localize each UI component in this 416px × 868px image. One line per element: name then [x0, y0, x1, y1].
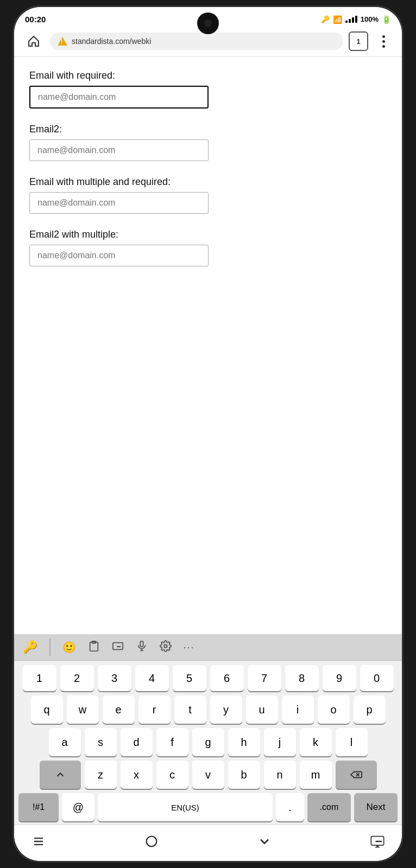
key-s[interactable]: s	[85, 728, 117, 756]
key-g[interactable]: g	[192, 728, 224, 756]
form-group-email2: Email2:	[29, 124, 387, 161]
space-key[interactable]: EN(US)	[98, 793, 273, 821]
key-z[interactable]: z	[85, 761, 117, 789]
key-w[interactable]: w	[67, 695, 99, 724]
home-icon	[27, 35, 40, 48]
key-9[interactable]: 9	[323, 665, 356, 691]
key-u[interactable]: u	[246, 695, 278, 724]
address-bar[interactable]: standardista.com/webki	[50, 33, 343, 50]
key-l[interactable]: l	[336, 728, 368, 756]
key-v[interactable]: v	[192, 761, 224, 789]
back-nav-button[interactable]	[25, 831, 52, 852]
keyboard-rows: 1 2 3 4 5 6 7 8 9 0 q w e r t	[14, 661, 402, 791]
form-group-email-multiple-required: Email with multiple and required:	[29, 176, 387, 214]
key-d[interactable]: d	[121, 728, 153, 756]
key-a[interactable]: a	[49, 728, 81, 756]
backspace-key[interactable]	[336, 761, 377, 789]
camera-notch	[197, 12, 219, 34]
key-6[interactable]: 6	[210, 665, 244, 691]
toolbar-icons: 🙂	[62, 640, 394, 655]
tabs-button[interactable]: 1	[349, 31, 368, 51]
key-j[interactable]: j	[264, 728, 296, 756]
form-group-email-required: Email with required:	[29, 70, 387, 108]
status-bar: 00:20 🔑 📶 100% 🔋	[14, 7, 402, 27]
dotcom-key[interactable]: .com	[307, 793, 351, 821]
key-n[interactable]: n	[264, 761, 296, 789]
home-button[interactable]	[23, 30, 45, 52]
keyboard-icon[interactable]	[112, 640, 124, 655]
email2-label: Email2:	[29, 124, 387, 135]
svg-rect-19	[371, 837, 383, 845]
signal-bar-1	[345, 21, 348, 23]
emoji-icon[interactable]: 🙂	[62, 641, 76, 654]
symbols-key[interactable]: !#1	[18, 793, 59, 821]
keyboard-toolbar: 🔑 🙂	[14, 634, 402, 661]
row-asdf: a s d f g h j k l	[18, 728, 398, 756]
signal-bars	[345, 16, 357, 23]
key-b[interactable]: b	[228, 761, 260, 789]
email-required-label: Email with required:	[29, 70, 387, 81]
keyboard-hide-button[interactable]	[364, 831, 391, 852]
more-options-icon[interactable]: ···	[184, 642, 195, 653]
signal-bar-4	[355, 16, 357, 23]
phone-frame: 00:20 🔑 📶 100% 🔋	[12, 5, 404, 863]
key-7[interactable]: 7	[248, 665, 281, 691]
key-o[interactable]: o	[318, 695, 350, 724]
svg-rect-9	[140, 641, 143, 646]
row-zxcv: z x c v b n m	[18, 761, 398, 789]
battery-percent: 100%	[361, 15, 379, 23]
key-e[interactable]: e	[103, 695, 135, 724]
menu-dot-1	[382, 35, 385, 38]
microphone-icon[interactable]	[136, 640, 148, 655]
key-f[interactable]: f	[156, 728, 188, 756]
key-y[interactable]: y	[210, 695, 242, 724]
menu-button[interactable]	[374, 31, 393, 51]
signal-bar-2	[349, 19, 351, 23]
menu-dot-3	[382, 45, 385, 48]
key-r[interactable]: r	[138, 695, 171, 724]
wifi-icon: 📶	[333, 15, 342, 24]
down-nav-button[interactable]	[251, 831, 278, 852]
email2-multiple-input[interactable]	[29, 245, 209, 266]
phone-screen: 00:20 🔑 📶 100% 🔋	[14, 7, 402, 861]
shift-key[interactable]	[40, 761, 81, 789]
key-8[interactable]: 8	[285, 665, 319, 691]
key-1[interactable]: 1	[23, 665, 56, 691]
key-m[interactable]: m	[300, 761, 332, 789]
home-nav-button[interactable]	[138, 831, 165, 852]
svg-point-12	[164, 644, 167, 648]
page-content: Email with required: Email2: Email with …	[14, 57, 402, 634]
key-4[interactable]: 4	[135, 665, 169, 691]
key-p[interactable]: p	[354, 695, 386, 724]
at-key[interactable]: @	[62, 793, 94, 821]
menu-dot-2	[382, 40, 385, 43]
form-group-email2-multiple: Email2 with multiple:	[29, 229, 387, 266]
clipboard-icon[interactable]	[88, 640, 100, 655]
key-i[interactable]: i	[282, 695, 314, 724]
battery-icon: 🔋	[382, 15, 391, 24]
key-2[interactable]: 2	[60, 665, 94, 691]
key-5[interactable]: 5	[173, 665, 206, 691]
key-h[interactable]: h	[228, 728, 260, 756]
number-row: 1 2 3 4 5 6 7 8 9 0	[18, 665, 398, 691]
next-key[interactable]: Next	[354, 793, 398, 821]
email-multiple-required-label: Email with multiple and required:	[29, 176, 387, 188]
key-k[interactable]: k	[300, 728, 332, 756]
email-required-input[interactable]	[29, 86, 209, 108]
key-3[interactable]: 3	[98, 665, 131, 691]
key-c[interactable]: c	[156, 761, 188, 789]
settings-icon[interactable]	[160, 640, 172, 655]
key-icon: 🔑	[23, 640, 37, 654]
url-text: standardista.com/webki	[72, 37, 151, 46]
key-t[interactable]: t	[174, 695, 206, 724]
email2-input[interactable]	[29, 139, 209, 161]
signal-bar-3	[352, 17, 354, 23]
email-multiple-required-input[interactable]	[29, 192, 209, 214]
period-key[interactable]: .	[276, 793, 304, 821]
key-0[interactable]: 0	[360, 665, 394, 691]
key-q[interactable]: q	[31, 695, 63, 724]
key-x[interactable]: x	[121, 761, 153, 789]
email2-multiple-label: Email2 with multiple:	[29, 229, 387, 240]
vpn-key-icon: 🔑	[321, 15, 330, 23]
status-right: 🔑 📶 100% 🔋	[321, 15, 391, 24]
